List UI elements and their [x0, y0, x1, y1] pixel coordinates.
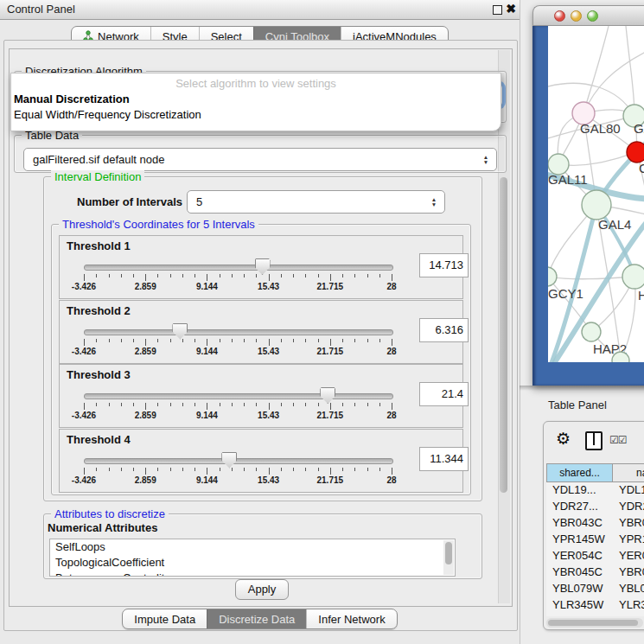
- control-panel-titlebar: Control Panel ✖: [0, 0, 520, 20]
- threshold-label: Threshold 3: [67, 368, 131, 381]
- column-header-2[interactable]: na: [613, 463, 644, 482]
- bottom-tab-group: Impute DataDiscretize DataInfer Network: [122, 609, 397, 629]
- slider-ticks: [84, 403, 392, 411]
- cell-name: YIL0: [619, 615, 642, 616]
- table-row[interactable]: YIL052CYIL0: [546, 614, 644, 616]
- network-node-c[interactable]: [627, 142, 644, 163]
- table-row[interactable]: YDR27...YDR2: [546, 499, 644, 515]
- table-row[interactable]: YBL079WYBL0: [546, 581, 644, 597]
- stepper-arrows-icon[interactable]: ▲▼: [427, 197, 444, 207]
- threshold-value-field[interactable]: 14.713: [419, 253, 469, 277]
- slider-track[interactable]: [84, 329, 393, 335]
- axis-tick-label: -3.426: [72, 475, 96, 485]
- apply-button[interactable]: Apply: [235, 579, 289, 600]
- axis-tick-label: 28: [386, 411, 396, 420]
- attributes-group: Attributes to discretize Numerical Attri…: [43, 513, 482, 579]
- cell-name: YBL0: [619, 582, 644, 595]
- table-row[interactable]: YLR345WYLR3: [546, 597, 644, 614]
- algorithm-dropdown-popup: Select algorithm to view settings Manual…: [10, 73, 501, 131]
- dropdown-options: Manual DiscretizationEqual Width/Frequen…: [11, 92, 501, 123]
- slider-thumb[interactable]: [221, 452, 237, 469]
- table-hscrollbar[interactable]: [546, 618, 643, 628]
- float-window-icon[interactable]: [493, 5, 502, 15]
- threshold-value-field[interactable]: 6.316: [419, 318, 469, 342]
- table-row[interactable]: YDL19...YDL1: [546, 482, 644, 499]
- gear-icon[interactable]: ⚙: [556, 430, 571, 448]
- table-row[interactable]: YBR043CYBR0: [546, 515, 644, 532]
- tab-label: Discretize Data: [219, 613, 295, 626]
- attributes-group-title: Attributes to discretize: [51, 507, 169, 520]
- numerical-attributes-list[interactable]: SelfLoopsTopologicalCoefficientBetweenne…: [49, 539, 456, 577]
- axis-tick-label: 2.859: [135, 411, 156, 420]
- dropdown-hint: Select algorithm to view settings: [11, 77, 501, 90]
- attribute-item[interactable]: BetweennessCentrality: [50, 571, 455, 577]
- table-hscrollbar-thumb[interactable]: [548, 620, 638, 626]
- threshold-row-1: Threshold 1-3.4262.8599.14415.4321.71528…: [59, 235, 463, 299]
- cell-shared-name: YBR043C: [552, 516, 603, 529]
- attributes-scrollbar[interactable]: [443, 540, 454, 575]
- slider-thumb[interactable]: [255, 258, 271, 275]
- table-header: shared...na: [546, 463, 644, 482]
- network-window-titlebar: [532, 5, 644, 26]
- cell-name: YLR3: [619, 598, 644, 611]
- network-canvas[interactable]: GAL80GACGAL11GAL4GCY1HHAP2: [548, 26, 644, 362]
- table-data-combo[interactable]: galFiltered.sif default node ▲▼: [23, 148, 497, 171]
- dropdown-option[interactable]: Manual Discretization: [11, 92, 501, 107]
- threshold-value-field[interactable]: 21.4: [419, 382, 469, 406]
- network-node-gal4[interactable]: [582, 190, 611, 220]
- stepper-arrows-icon[interactable]: ▲▼: [479, 155, 496, 165]
- network-edge[interactable]: [548, 277, 634, 279]
- axis-tick-label: 9.144: [196, 282, 218, 291]
- axis-tick-label: -3.426: [72, 347, 96, 356]
- cell-shared-name: YLR345W: [552, 598, 603, 611]
- bottom-tab-infer-network[interactable]: Infer Network: [306, 609, 396, 628]
- slider-track[interactable]: [84, 265, 393, 271]
- table-row[interactable]: YER054CYER0: [546, 548, 644, 564]
- network-node-h[interactable]: [622, 265, 644, 289]
- bottom-tab-discretize-data[interactable]: Discretize Data: [207, 609, 306, 628]
- network-node-hap2[interactable]: [582, 322, 601, 341]
- network-edge[interactable]: [626, 26, 634, 116]
- slider-thumb[interactable]: [172, 323, 188, 340]
- node-label: GAL11: [548, 172, 588, 187]
- slider-track[interactable]: [84, 458, 393, 464]
- cell-name: YDR2: [619, 500, 644, 513]
- axis-tick-label: 15.43: [258, 282, 279, 291]
- close-icon[interactable]: ✖: [504, 2, 518, 16]
- attribute-item[interactable]: SelfLoops: [50, 539, 455, 555]
- attributes-scrollbar-thumb[interactable]: [445, 542, 452, 564]
- cell-shared-name: YPR145W: [552, 532, 605, 545]
- minimize-light[interactable]: [571, 10, 582, 22]
- dropdown-option[interactable]: Equal Width/Frequency Discretization: [11, 107, 501, 123]
- split-columns-icon[interactable]: [585, 431, 603, 450]
- network-edge[interactable]: [583, 26, 609, 113]
- attribute-item[interactable]: TopologicalCoefficient: [50, 555, 455, 571]
- node-label: GCY1: [548, 286, 583, 301]
- cell-shared-name: YIL052C: [552, 615, 596, 616]
- axis-tick-label: 2.859: [135, 475, 156, 485]
- zoom-light[interactable]: [587, 10, 598, 22]
- close-light[interactable]: [554, 10, 565, 22]
- column-header-1[interactable]: shared...: [546, 463, 613, 482]
- node-label: GAL4: [598, 217, 631, 232]
- threshold-label: Threshold 4: [67, 433, 131, 446]
- slider-track[interactable]: [84, 393, 393, 399]
- select-columns-icon[interactable]: ☑☑: [609, 434, 627, 446]
- control-panel: Control Panel ✖ NetworkStyleSelectCyni T…: [0, 0, 520, 644]
- slider-thumb[interactable]: [320, 387, 335, 404]
- table-row[interactable]: YPR145WYPR1: [546, 532, 644, 548]
- node-label: H: [638, 288, 644, 303]
- cell-name: YPR1: [619, 532, 644, 545]
- network-node-gcy1[interactable]: [548, 267, 557, 286]
- bottom-tab-impute-data[interactable]: Impute Data: [123, 609, 207, 628]
- table-data-group: Table Data galFiltered.sif default node …: [14, 135, 507, 173]
- cell-shared-name: YBR045C: [552, 565, 603, 578]
- axis-tick-label: 15.43: [258, 475, 279, 485]
- threshold-value-field[interactable]: 11.344: [419, 447, 469, 471]
- table-rows: YDL19...YDL1YDR27...YDR2YBR043CYBR0YPR14…: [546, 482, 644, 616]
- axis-tick-label: -3.426: [72, 411, 96, 420]
- content-scrollbar-thumb[interactable]: [500, 177, 507, 493]
- slider-axis-labels: -3.4262.8599.14415.4321.71528: [84, 411, 392, 421]
- table-row[interactable]: YBR045CYBR0: [546, 564, 644, 581]
- number-of-intervals-combo[interactable]: 5 ▲▼: [187, 190, 445, 214]
